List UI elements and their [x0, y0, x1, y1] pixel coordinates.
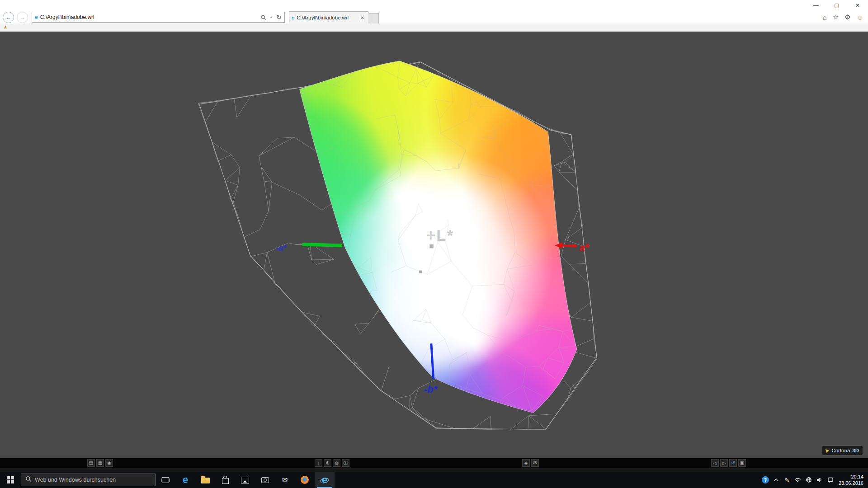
clock-date: 23.06.2016 — [839, 480, 863, 486]
home-button[interactable]: ⌂ — [823, 14, 827, 21]
help-icon[interactable]: ? — [761, 472, 770, 488]
goto-button[interactable]: ↓ — [315, 459, 322, 467]
address-url[interactable]: C:\Argyll\bin\adobe.wrl — [40, 14, 258, 20]
file-explorer-taskbar-button[interactable] — [195, 472, 215, 488]
screen: — ▢ ✕ ← → e C:\Argyll\bin\adobe.wrl ▾ ↻ … — [0, 0, 868, 488]
search-placeholder: Web und Windows durchsuchen — [35, 477, 116, 483]
pan-button[interactable]: ⊕ — [324, 459, 331, 467]
action-center-icon[interactable] — [826, 472, 835, 488]
examine-button[interactable]: ◍ — [333, 459, 340, 467]
chevron-down-icon[interactable]: ▾ — [268, 12, 274, 22]
taskbar-apps: e✉e — [175, 472, 335, 488]
gamut-3d-view[interactable]: +L*-a*a*-b* — [0, 32, 868, 458]
window-titlebar: — ▢ ✕ — [0, 0, 868, 11]
info-button[interactable]: ⓘ — [342, 459, 349, 467]
task-view-button[interactable] — [156, 472, 175, 488]
favorites-star-icon[interactable]: ★ — [3, 24, 8, 30]
contact-button[interactable]: ✉ — [531, 459, 539, 467]
close-button[interactable]: ✕ — [847, 0, 868, 11]
prev-viewpoint-button[interactable]: ◁ — [711, 459, 719, 467]
start-button[interactable] — [0, 472, 21, 488]
tab-title: C:\Argyll\bin\adobe.wrl — [297, 15, 359, 20]
mail-app-taskbar-button[interactable]: ✉ — [275, 472, 295, 488]
new-tab-button[interactable] — [369, 13, 379, 23]
photos-icon — [241, 477, 249, 483]
tab-favicon-icon: e — [292, 15, 294, 20]
clock-time: 20:14 — [851, 474, 863, 480]
tab-close-button[interactable]: ✕ — [359, 14, 366, 21]
viewer-toolbar-group-center: ↓⊕◍ⓘ — [315, 459, 349, 467]
neutral-axis-mark — [419, 270, 422, 273]
camera-app-taskbar-button[interactable] — [255, 472, 275, 488]
forward-button[interactable]: → — [17, 12, 28, 23]
pos-a-axis-label: a* — [580, 242, 590, 253]
viewer-toolbar-group-mid-right: ◈✉ — [522, 459, 539, 467]
system-tray: ?✎ — [761, 472, 837, 488]
cortona-3d-viewer[interactable]: +L*-a*a*-b* Cortona3D ▤▦◉ ↓⊕◍ⓘ ◈✉ ◁▷↺▣ — [0, 32, 868, 468]
badge-brand: Cortona — [831, 448, 850, 453]
desktop[interactable] — [0, 468, 868, 472]
viewer-toolbar-group-left: ▤▦◉ — [87, 459, 113, 467]
taskbar-search[interactable]: Web und Windows durchsuchen — [21, 474, 156, 486]
next-viewpoint-button[interactable]: ▷ — [720, 459, 728, 467]
globe-icon[interactable] — [804, 472, 813, 488]
volume-icon[interactable] — [815, 472, 824, 488]
photos-app-taskbar-button[interactable] — [235, 472, 255, 488]
neutral-axis-mark — [429, 244, 434, 249]
restore-view-button[interactable]: ↺ — [729, 459, 737, 467]
chevron-up-icon[interactable] — [772, 472, 781, 488]
refresh-button[interactable]: ↻ — [274, 12, 284, 22]
neg-a-axis-bar — [302, 244, 342, 245]
firefox-icon — [301, 476, 309, 484]
tree-view-button[interactable]: ▦ — [96, 459, 104, 467]
visibility-button[interactable]: ◉ — [105, 459, 113, 467]
page-favicon-icon: e — [35, 14, 38, 20]
neg-b-axis-label: -b* — [424, 384, 438, 395]
cortona-logo-icon — [826, 448, 830, 453]
feedback-smiley-icon[interactable]: ☺ — [857, 14, 863, 21]
navbar-right-icons: ⌂ ☆ ⚙ ☺ — [823, 13, 868, 21]
search-icon — [25, 476, 32, 484]
pen-icon[interactable]: ✎ — [783, 472, 792, 488]
badge-suffix: 3D — [852, 448, 859, 453]
viewer-toolbar: ▤▦◉ ↓⊕◍ⓘ ◈✉ ◁▷↺▣ — [0, 458, 868, 468]
task-view-icon — [162, 477, 169, 483]
neg-a-axis-label: -a* — [276, 243, 287, 253]
mail-icon: ✉ — [282, 476, 288, 484]
settings-gear-button[interactable]: ⚙ — [844, 13, 850, 21]
edge-icon: e — [183, 475, 188, 485]
camera-icon — [261, 477, 269, 483]
favorites-bar: ★ — [0, 23, 868, 32]
cortona3d-badge: Cortona3D — [822, 446, 863, 455]
taskbar-clock[interactable]: 20:14 23.06.2016 — [837, 474, 868, 487]
back-button[interactable]: ← — [3, 12, 14, 23]
taskbar: Web und Windows durchsuchen e✉e ?✎ 20:14… — [0, 472, 868, 488]
firefox-taskbar-button[interactable] — [295, 472, 315, 488]
microsoft-edge-taskbar-button[interactable]: e — [175, 472, 195, 488]
fit-scene-button[interactable]: ▣ — [738, 459, 746, 467]
network-icon[interactable] — [793, 472, 802, 488]
store-bag-icon — [222, 478, 229, 484]
search-icon[interactable] — [258, 12, 268, 22]
windows-logo-icon — [7, 476, 14, 483]
windows-store-taskbar-button[interactable] — [215, 472, 235, 488]
viewpoint-button[interactable]: ◈ — [522, 459, 530, 467]
maximize-button[interactable]: ▢ — [826, 0, 847, 11]
internet-explorer-icon: e — [322, 475, 327, 485]
pos-a-axis-bar — [561, 245, 577, 246]
browser-navbar: ← → e C:\Argyll\bin\adobe.wrl ▾ ↻ e C:\A… — [0, 11, 868, 23]
address-bar[interactable]: e C:\Argyll\bin\adobe.wrl ▾ ↻ — [32, 12, 285, 23]
minimize-button[interactable]: — — [806, 0, 826, 11]
viewer-toolbar-group-right: ◁▷↺▣ — [711, 459, 746, 467]
folder-icon — [201, 478, 210, 483]
console-button[interactable]: ▤ — [87, 459, 95, 467]
internet-explorer-taskbar-button[interactable]: e — [315, 472, 335, 488]
browser-tab[interactable]: e C:\Argyll\bin\adobe.wrl ✕ — [289, 11, 368, 23]
l-axis-label: +L* — [426, 227, 454, 244]
favorites-button[interactable]: ☆ — [833, 13, 839, 21]
